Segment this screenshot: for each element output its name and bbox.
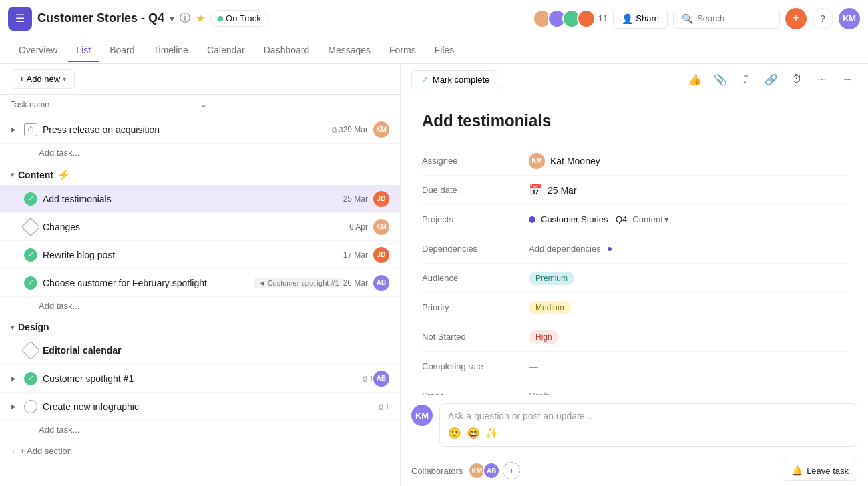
dependencies-row: Dependencies Add dependencies — [422, 234, 847, 264]
completing-rate-dash: — — [529, 361, 538, 372]
task-name-container: Press release on acquisition ⎙ 3 — [43, 124, 343, 135]
due-date-value: 📅 25 Mar — [529, 184, 847, 196]
add-task-root[interactable]: Add task... — [0, 144, 400, 162]
share-button[interactable]: 👤 Share — [613, 9, 668, 29]
laugh-icon[interactable]: 😄 — [467, 427, 480, 439]
add-collaborator-button[interactable]: + — [503, 462, 520, 479]
star-button[interactable]: ★ — [196, 12, 205, 25]
subtask-icon: ⎙ 1 — [363, 375, 373, 383]
assignee-name: Kat Mooney — [550, 156, 600, 166]
task-date: 6 Apr — [349, 222, 368, 232]
comment-input-box[interactable]: Ask a question or post an update... 🙂 😄 … — [439, 403, 857, 447]
assignee-row: Assignee KM Kat Mooney — [422, 146, 847, 176]
task-avatar: KM — [373, 219, 389, 235]
subtask-icon: ⎙ 3 — [332, 126, 343, 134]
tab-dashboard[interactable]: Dashboard — [256, 39, 318, 62]
task-row-changes[interactable]: Changes 6 Apr KM — [0, 213, 400, 241]
expand-icon[interactable]: ▶ — [11, 403, 24, 410]
leave-task-button[interactable]: 🔔 Leave task — [783, 461, 857, 481]
section-content[interactable]: ▾ Content ⚡ — [0, 162, 400, 185]
tab-messages[interactable]: Messages — [320, 39, 379, 62]
search-input[interactable] — [697, 13, 771, 23]
close-panel-button[interactable]: → — [837, 69, 857, 89]
tab-overview[interactable]: Overview — [11, 39, 65, 62]
section-chevron[interactable]: ▾ — [11, 324, 14, 331]
task-row-add-testimonials[interactable]: Add testimonials 25 Mar JD — [0, 185, 400, 213]
menu-button[interactable]: ☰ — [8, 7, 32, 31]
user-avatar[interactable]: KM — [839, 8, 860, 29]
info-button[interactable]: ⓘ — [180, 11, 190, 25]
right-content: Add testimonials Assignee KM Kat Mooney … — [401, 95, 868, 395]
task-row-rewrite[interactable]: Rewrite blog post 17 Mar JD — [0, 241, 400, 269]
project-chevron[interactable]: ▾ — [170, 13, 174, 24]
project-name: Customer Stories - Q4 — [541, 214, 627, 224]
task-check-completed — [24, 372, 37, 385]
check-icon: ✓ — [421, 75, 429, 85]
add-new-button[interactable]: + Add new ▾ — [11, 69, 75, 89]
top-bar-left: ☰ Customer Stories - Q4 ▾ ⓘ ★ On Track — [8, 7, 527, 31]
tab-list[interactable]: List — [68, 39, 99, 62]
section-chevron[interactable]: ▾ — [11, 171, 14, 178]
comment-placeholder: Ask a question or post an update... — [448, 411, 849, 421]
section-design[interactable]: ▾ Design — [0, 315, 400, 336]
task-row[interactable]: ▶ ⏱ Press release on acquisition ⎙ 3 29 … — [0, 115, 400, 144]
add-task-content[interactable]: Add task... — [0, 297, 400, 315]
tab-timeline[interactable]: Timeline — [146, 39, 196, 62]
nav-tabs: Overview List Board Timeline Calendar Da… — [0, 37, 868, 64]
tab-forms[interactable]: Forms — [381, 39, 424, 62]
add-button[interactable]: + — [785, 8, 807, 29]
share-task-button[interactable]: ⤴ — [736, 69, 756, 89]
priority-value: Medium — [529, 301, 847, 314]
projects-label: Projects — [422, 214, 529, 224]
project-section: Content ▾ — [632, 214, 669, 224]
task-name: Rewrite blog post — [43, 250, 343, 260]
dependencies-label: Dependencies — [422, 244, 529, 254]
emoji-icon[interactable]: 🙂 — [448, 427, 461, 439]
tab-board[interactable]: Board — [101, 39, 142, 62]
collaborators-label: Collaborators — [411, 466, 463, 476]
task-row-spotlight[interactable]: Choose customer for February spotlight ◄… — [0, 269, 400, 297]
like-button[interactable]: 👍 — [685, 69, 705, 89]
task-name: Add testimonials — [43, 194, 343, 204]
tab-calendar[interactable]: Calendar — [199, 39, 253, 62]
avatar-count[interactable]: 11 — [598, 13, 608, 23]
star-emoji-icon[interactable]: ✨ — [485, 427, 499, 439]
leave-task-label: Leave task — [807, 466, 849, 476]
not-started-label: Not Started — [422, 332, 529, 342]
share-label: Share — [636, 13, 659, 23]
attach-button[interactable]: 📎 — [710, 69, 730, 89]
task-check-completed — [24, 248, 37, 262]
audience-value: Premium — [529, 272, 847, 285]
subtask-icon: ⎙ 1 — [379, 403, 389, 411]
timer-button[interactable]: ⏱ — [787, 69, 807, 89]
expand-icon[interactable]: ▶ — [11, 375, 24, 382]
section-icon: ⚡ — [57, 168, 71, 181]
add-new-label: + Add new — [19, 74, 60, 84]
due-date: 25 Mar — [548, 185, 577, 196]
more-button[interactable]: ··· — [812, 69, 832, 89]
task-name-container: Editorial calendar — [43, 345, 389, 356]
tab-files[interactable]: Files — [427, 39, 463, 62]
expand-icon[interactable]: ▶ — [11, 126, 24, 133]
add-task-design[interactable]: Add task... — [0, 421, 400, 439]
search-box[interactable]: 🔍 — [673, 9, 780, 29]
task-row-infographic[interactable]: ▶ Create new infographic ⎙ 1 — [0, 393, 400, 421]
share-icon: 👤 — [622, 13, 633, 24]
mark-complete-button[interactable]: ✓ Mark complete — [411, 70, 499, 89]
projects-row: Projects Customer Stories - Q4 Content ▾ — [422, 205, 847, 234]
task-name: Press release on acquisition — [43, 124, 328, 135]
task-row-editorial[interactable]: Editorial calendar — [0, 336, 400, 364]
help-button[interactable]: ? — [812, 8, 833, 29]
collapse-icon[interactable]: ⌄ — [200, 100, 390, 109]
bell-icon: 🔔 — [791, 465, 803, 476]
add-dependencies-link[interactable]: Add dependencies — [529, 244, 601, 254]
project-title: Customer Stories - Q4 — [37, 11, 164, 25]
bottom-bar: Collaborators KM AB + 🔔 Leave task — [401, 455, 868, 486]
task-check-normal — [24, 400, 37, 413]
link-button[interactable]: 🔗 — [761, 69, 781, 89]
assignee-label: Assignee — [422, 156, 529, 166]
add-section-row[interactable]: + + Add section — [0, 439, 400, 463]
task-row-customer-spotlight[interactable]: ▶ Customer spotlight #1 ⎙ 1 AB — [0, 364, 400, 393]
status-badge[interactable]: On Track — [210, 10, 268, 27]
left-toolbar: + Add new ▾ — [0, 64, 400, 95]
